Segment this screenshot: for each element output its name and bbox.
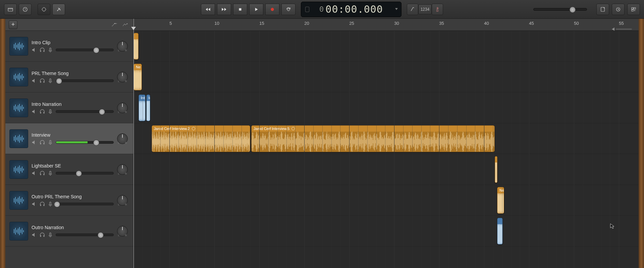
gridline — [547, 31, 547, 268]
audio-region[interactable] — [133, 33, 139, 60]
mute-icon[interactable] — [32, 171, 37, 176]
input-monitor-icon[interactable] — [48, 78, 53, 83]
timeline-lane[interactable]: Ne — [133, 185, 639, 216]
media-browser-button[interactable] — [627, 4, 640, 15]
pan-knob[interactable]: LR — [117, 133, 128, 144]
input-monitor-icon[interactable] — [48, 109, 53, 114]
add-track-button[interactable]: + — [9, 20, 17, 29]
headphones-icon[interactable] — [40, 78, 45, 83]
pan-knob[interactable]: LR — [117, 103, 128, 113]
pan-knob[interactable]: LR — [117, 195, 128, 206]
headphones-icon[interactable] — [40, 201, 45, 207]
input-monitor-icon[interactable] — [48, 47, 53, 53]
mute-icon[interactable] — [32, 109, 37, 114]
timeline-area[interactable]: 510152025303540455055 Ne Int In Jarod Ce… — [133, 19, 639, 268]
gridline — [277, 31, 278, 268]
count-in-button[interactable] — [407, 4, 418, 15]
svg-point-7 — [271, 8, 274, 11]
track-volume-slider[interactable] — [56, 79, 114, 82]
gridline — [583, 31, 583, 268]
lcd-time: 00:00.000 — [325, 3, 383, 15]
quick-help-button[interactable]: ? — [19, 4, 32, 15]
region-waveform — [139, 101, 145, 121]
mute-icon[interactable] — [32, 140, 37, 145]
track-header[interactable]: PRL Theme Song LR — [5, 62, 133, 92]
track-header[interactable]: Intro Narration LR — [5, 92, 133, 123]
timeline-ruler[interactable]: 510152025303540455055 — [133, 19, 639, 31]
headphones-icon[interactable] — [40, 140, 45, 145]
headphones-icon[interactable] — [40, 171, 45, 176]
ruler-tick: 30 — [394, 21, 399, 26]
input-monitor-icon[interactable] — [48, 171, 53, 176]
track-panel-header: + — [5, 19, 133, 31]
input-monitor-icon[interactable] — [48, 232, 53, 238]
library-button[interactable] — [4, 4, 17, 15]
track-header[interactable]: Outro Narration LR — [5, 216, 133, 247]
audio-region[interactable]: Ne — [497, 187, 504, 214]
audio-region[interactable]: Jarod Cerf Interview.5 — [251, 125, 495, 152]
timeline-lane[interactable]: Ne — [133, 62, 639, 92]
lcd-display[interactable]: 000:00.000 — [301, 2, 401, 17]
zoom-slider[interactable] — [612, 27, 632, 31]
playhead[interactable] — [133, 19, 134, 268]
headphones-icon[interactable] — [40, 232, 45, 238]
cycle-button[interactable] — [281, 4, 296, 15]
pan-knob[interactable]: LR — [117, 72, 128, 82]
play-button[interactable] — [249, 4, 263, 15]
gridline — [475, 31, 475, 268]
editors-button[interactable] — [52, 4, 65, 15]
audio-region[interactable] — [495, 156, 497, 183]
pan-knob[interactable]: LR — [117, 41, 128, 52]
svg-rect-18 — [44, 81, 45, 83]
forward-button[interactable] — [217, 4, 231, 15]
notepad-button[interactable] — [596, 4, 609, 15]
track-volume-slider[interactable] — [56, 233, 114, 236]
time-signature[interactable]: 1234 — [418, 4, 432, 14]
mute-icon[interactable] — [32, 232, 37, 238]
catch-playhead-icon[interactable] — [120, 21, 130, 28]
headphones-icon[interactable] — [40, 109, 45, 114]
audio-region[interactable]: Int — [139, 94, 146, 121]
gridline — [223, 31, 224, 268]
timeline-lane[interactable]: Jarod Cerf Interview.2 Jarod Cerf Interv… — [133, 123, 639, 154]
pan-knob[interactable]: LR — [117, 164, 128, 175]
transport: 000:00.000 1234 — [201, 2, 443, 17]
track-volume-slider[interactable] — [56, 110, 114, 113]
rewind-button[interactable] — [201, 4, 215, 15]
mute-icon[interactable] — [32, 78, 37, 83]
track-header[interactable]: Lightsaber SE LR — [5, 154, 133, 185]
mute-icon[interactable] — [32, 47, 37, 53]
stop-button[interactable] — [233, 4, 247, 15]
loop-browser-button[interactable] — [612, 4, 625, 15]
region-waveform — [497, 193, 504, 213]
input-monitor-icon[interactable] — [48, 140, 53, 145]
timeline-lane[interactable] — [133, 154, 639, 185]
mute-icon[interactable] — [32, 201, 37, 207]
track-volume-slider[interactable] — [56, 49, 114, 51]
track-header[interactable]: Outro PRL Theme Song LR — [5, 185, 133, 216]
track-header[interactable]: Intro Clip LR — [5, 31, 133, 62]
track-volume-slider[interactable] — [56, 172, 114, 175]
gridline — [259, 31, 260, 268]
track-volume-slider[interactable] — [56, 141, 114, 144]
track-header[interactable]: Interview LR — [5, 123, 133, 154]
input-monitor-icon[interactable] — [48, 201, 53, 207]
ruler-tick: 15 — [259, 21, 264, 26]
smart-controls-button[interactable] — [38, 4, 50, 15]
record-button[interactable] — [265, 4, 279, 15]
automation-curve-icon[interactable] — [110, 21, 119, 28]
track-type-icon — [9, 222, 28, 241]
audio-region[interactable]: In — [146, 94, 150, 121]
pan-knob[interactable]: LR — [117, 226, 128, 237]
timeline-lane[interactable] — [133, 216, 639, 247]
master-volume-slider[interactable] — [533, 8, 587, 11]
gridline — [520, 31, 520, 268]
headphones-icon[interactable] — [40, 47, 45, 53]
audio-region[interactable]: Ne — [133, 64, 142, 90]
track-header-panel: + Intro Clip LR — [5, 19, 133, 268]
track-volume-slider[interactable] — [56, 203, 114, 205]
timeline-lane[interactable]: Int In — [133, 92, 639, 123]
metronome-button[interactable] — [432, 4, 443, 15]
timeline-lane[interactable] — [133, 31, 639, 62]
audio-region[interactable]: Jarod Cerf Interview.2 — [152, 125, 251, 152]
